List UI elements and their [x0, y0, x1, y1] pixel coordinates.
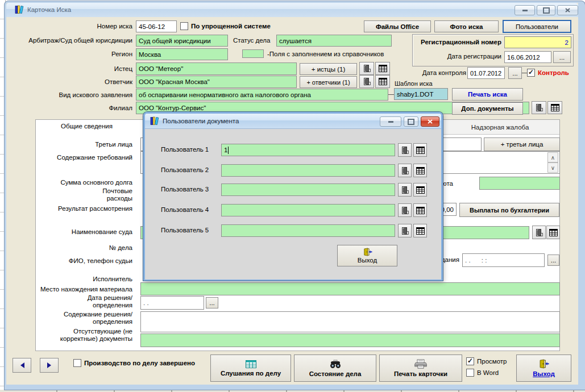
user1-field[interactable]: 1 [221, 144, 395, 156]
user3-lookup-button[interactable] [398, 183, 412, 197]
user4-lookup-button[interactable] [398, 203, 412, 217]
arbitration-field[interactable]: Суд общей юрисдикции [136, 35, 228, 47]
user1-lookup-button[interactable] [398, 143, 412, 157]
case-status-field[interactable]: слушается [276, 35, 392, 47]
court-reference-button[interactable] [546, 226, 560, 239]
claim-photo-button[interactable]: Фото иска [434, 20, 499, 32]
print-claim-button[interactable]: Печать иска [452, 88, 523, 101]
user5-reference-button[interactable] [413, 224, 427, 237]
maximize-button[interactable] [537, 5, 555, 15]
open-door-icon [401, 227, 409, 235]
maximize-icon [543, 7, 550, 14]
arrow-right-icon [47, 362, 52, 369]
branch-reference-button[interactable] [547, 101, 562, 114]
claim-type-value: об оспаривании ненормативного акта налог… [139, 91, 311, 98]
simplified-system-checkbox[interactable] [180, 22, 188, 30]
decision-content-field[interactable] [140, 311, 560, 332]
user4-reference-button[interactable] [413, 203, 427, 217]
plaintiff-reference-button[interactable] [375, 62, 390, 75]
background-app-bottom-edge [0, 390, 585, 392]
defendant-label: Ответчик [17, 78, 132, 85]
control-checkbox[interactable] [527, 69, 535, 77]
chevron-up-icon: ∧ [551, 155, 555, 161]
defendant-field[interactable]: ООО "Красная Москва" [136, 76, 297, 88]
user3-reference-button[interactable] [413, 183, 427, 197]
hearing-date-field[interactable]: . . : : [462, 253, 545, 267]
user3-field[interactable] [221, 184, 395, 196]
scroll-down-button[interactable]: ∨ [547, 162, 558, 173]
defendant-reference-button[interactable] [375, 75, 390, 88]
region-field[interactable]: Москва [136, 48, 228, 60]
control-date-field[interactable]: 01.07.2012 [467, 67, 505, 79]
registration-date-field[interactable]: 16.06.2012 [504, 51, 551, 63]
open-door-icon [401, 166, 409, 175]
user1-reference-button[interactable] [413, 143, 427, 157]
preview-checkbox[interactable] [466, 357, 474, 365]
defendant-lookup-button[interactable] [359, 75, 374, 88]
decision-date-more-button[interactable]: ... [206, 297, 218, 308]
case-state-button[interactable]: Состояние дела [294, 355, 376, 382]
close-button[interactable] [557, 5, 578, 15]
extra-documents-button[interactable]: Доп. документы [452, 102, 523, 115]
hearing-date-more-button[interactable]: ... [547, 255, 559, 266]
tab-general-info[interactable]: Общие сведения [40, 123, 134, 130]
control-date-value: 01.07.2012 [470, 70, 501, 77]
plaintiff-lookup-button[interactable] [359, 62, 374, 75]
dialog-exit-button-label: Выход [358, 257, 377, 264]
accounting-payments-button[interactable]: Выплаты по бухгалтерии [459, 203, 559, 217]
court-name-label: Наименование суда [17, 228, 132, 235]
close-icon [565, 8, 570, 12]
claim-type-field[interactable]: об оспаривании ненормативного акта налог… [136, 89, 388, 101]
branch-lookup-button[interactable] [532, 101, 546, 114]
dialog-maximize-button[interactable] [404, 116, 418, 127]
prev-record-button[interactable] [13, 358, 31, 373]
currency-field[interactable] [479, 177, 560, 190]
add-defendants-button[interactable]: + ответчики (1) [300, 76, 357, 88]
user2-field[interactable] [221, 164, 395, 177]
printer-icon [414, 359, 428, 369]
control-date-label: Дата контроля [392, 69, 466, 76]
user2-reference-button[interactable] [413, 164, 427, 177]
binoculars-icon [329, 360, 342, 369]
material-location-field[interactable] [140, 282, 560, 295]
connector-line [388, 94, 394, 95]
claim-number-label: Номер иска [17, 23, 132, 30]
open-door-icon [535, 228, 543, 237]
dialog-exit-button[interactable]: Выход [337, 245, 397, 266]
minimize-button[interactable] [515, 5, 535, 15]
claim-number-field[interactable]: 45-06-12 [136, 20, 177, 32]
minimize-icon [522, 10, 528, 11]
case-finished-label: Производство по делу завершено [84, 360, 195, 366]
teal-table-icon [246, 360, 256, 368]
user3-label: Пользователь 3 [161, 186, 209, 193]
dialog-close-button[interactable] [421, 116, 439, 127]
users-button[interactable]: Пользователи [503, 20, 571, 33]
scroll-up-button[interactable]: ∧ [547, 152, 558, 162]
hearings-button[interactable]: Слушания по делу [210, 355, 291, 382]
next-record-button[interactable] [40, 358, 59, 373]
court-lookup-button[interactable] [532, 226, 546, 239]
registration-date-more-button[interactable]: ... [553, 51, 571, 63]
decision-date-field[interactable]: . . [140, 296, 204, 310]
case-finished-checkbox[interactable] [73, 359, 81, 367]
exit-door-icon [538, 359, 549, 369]
template-field[interactable]: shaby1.DOT [394, 88, 448, 100]
office-files-button[interactable]: Файлы Office [364, 20, 431, 32]
exit-button[interactable]: Выход [516, 355, 571, 382]
missing-documents-field[interactable] [140, 333, 560, 347]
registration-number-field[interactable]: 2 [504, 36, 571, 48]
user5-lookup-button[interactable] [398, 224, 412, 237]
print-card-button[interactable]: Печать карточки [379, 355, 462, 382]
open-door-icon [401, 206, 409, 215]
dialog-minimize-button[interactable] [380, 116, 401, 127]
user2-lookup-button[interactable] [398, 164, 412, 177]
add-plaintiffs-button[interactable]: + истцы (1) [300, 63, 357, 75]
add-third-parties-button[interactable]: + третьи лица [484, 137, 560, 151]
user5-field[interactable] [221, 224, 395, 237]
table-grid-icon [416, 207, 425, 214]
tab-supervisory-appeal[interactable]: Надзорная жалоба [424, 120, 559, 135]
to-word-checkbox[interactable] [466, 369, 474, 377]
control-date-more-button[interactable]: ... [508, 67, 522, 79]
plaintiff-field[interactable]: ООО "Метеор" [136, 62, 297, 75]
user4-field[interactable] [221, 204, 395, 216]
